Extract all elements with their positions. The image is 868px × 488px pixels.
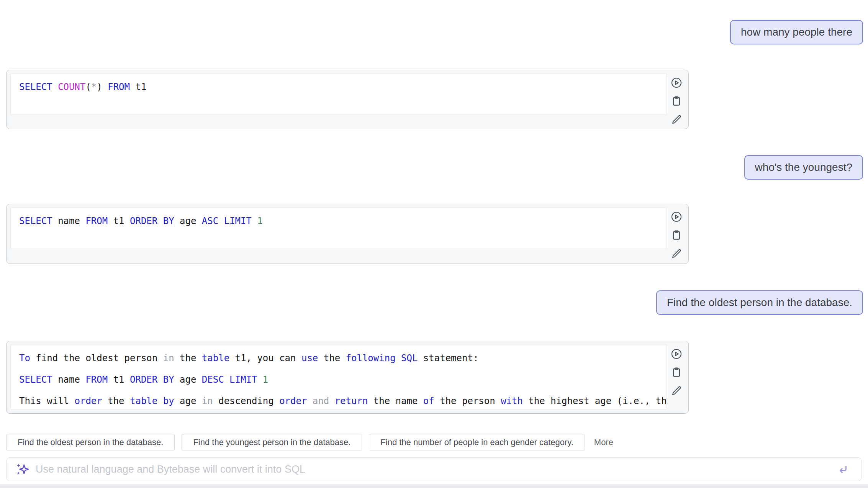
edit-pencil-icon[interactable]	[670, 384, 683, 397]
sql-code-box: SELECT COUNT(*) FROM t1	[10, 74, 667, 115]
run-query-icon[interactable]	[670, 76, 683, 89]
input-placeholder: Use natural language and Bytebase will c…	[36, 463, 830, 475]
suggestion-row: Find the oldest person in the database. …	[6, 434, 862, 450]
user-message: Find the oldest person in the database.	[656, 290, 863, 315]
copy-icon[interactable]	[670, 366, 683, 379]
chat-page: how many people there SELECT COUNT(*) FR…	[0, 0, 868, 488]
enter-key-icon[interactable]	[836, 463, 849, 476]
response-text-line: To find the oldest person in the table t…	[19, 350, 658, 366]
edit-pencil-icon[interactable]	[670, 247, 683, 260]
user-message: how many people there	[730, 20, 863, 44]
sql-response-block: To find the oldest person in the table t…	[6, 341, 689, 414]
sql-code-box: To find the oldest person in the table t…	[10, 345, 667, 410]
copy-icon[interactable]	[670, 95, 683, 108]
sql-response-block: SELECT name FROM t1 ORDER BY age ASC LIM…	[6, 204, 689, 264]
more-link[interactable]: More	[594, 437, 613, 447]
copy-icon[interactable]	[670, 229, 683, 242]
suggestion-button-oldest[interactable]: Find the oldest person in the database.	[6, 434, 175, 450]
suggestion-button-youngest[interactable]: Find the youngest person in the database…	[182, 434, 362, 450]
block-actions	[670, 70, 684, 129]
block-actions	[670, 204, 684, 264]
sql-code-line: SELECT name FROM t1 ORDER BY age ASC LIM…	[19, 213, 658, 229]
sql-code-line: SELECT name FROM t1 ORDER BY age DESC LI…	[19, 372, 658, 387]
user-message: who's the youngest?	[744, 155, 863, 180]
sql-code-box: SELECT name FROM t1 ORDER BY age ASC LIM…	[10, 208, 667, 249]
sql-response-block: SELECT COUNT(*) FROM t1	[6, 70, 689, 129]
run-query-icon[interactable]	[670, 210, 683, 223]
bottom-divider	[0, 485, 868, 488]
block-actions	[670, 341, 684, 413]
ai-sparkle-icon	[16, 462, 29, 476]
run-query-icon[interactable]	[670, 347, 683, 360]
suggestion-button-gender-count[interactable]: Find the number of people in each gender…	[369, 434, 585, 450]
natural-language-input[interactable]: Use natural language and Bytebase will c…	[6, 457, 862, 481]
response-text-line: This will order the table by age in desc…	[19, 393, 658, 409]
sql-code-line: SELECT COUNT(*) FROM t1	[19, 79, 658, 95]
edit-pencil-icon[interactable]	[670, 113, 683, 126]
